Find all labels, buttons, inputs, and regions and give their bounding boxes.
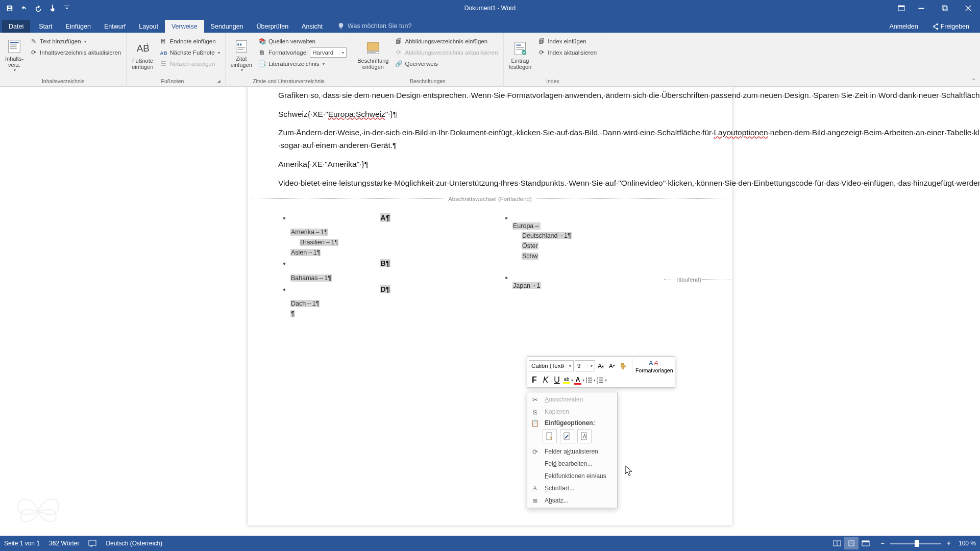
tab-references[interactable]: Verweise xyxy=(165,20,204,33)
ribbon-display-options-button[interactable] xyxy=(893,1,910,16)
index-letter-a[interactable]: A¶ xyxy=(380,213,390,222)
cm-update-fields[interactable]: ⟳Felder aktualisieren xyxy=(527,445,617,458)
cross-reference-button[interactable]: 🔗Querverweis xyxy=(393,58,500,69)
font-color-button[interactable]: A▾ xyxy=(574,374,585,386)
font-name-selector[interactable]: ▾ xyxy=(529,360,574,371)
zoom-out-button[interactable]: − xyxy=(878,539,887,548)
word-count[interactable]: 362 Wörter xyxy=(49,540,79,547)
cm-edit-field[interactable]: Feld bearbeiten... xyxy=(527,458,617,470)
index-entry[interactable]: Öster xyxy=(522,242,538,249)
highlight-button[interactable]: ab▾ xyxy=(562,374,574,386)
minimize-button[interactable] xyxy=(910,1,933,16)
index-entry[interactable]: Asien→1¶ xyxy=(290,249,321,256)
collapse-ribbon-button[interactable]: ⌃ xyxy=(971,78,976,84)
spellcheck-button[interactable] xyxy=(88,540,96,547)
zoom-in-button[interactable]: + xyxy=(944,539,953,548)
tab-start[interactable]: Start xyxy=(32,20,59,33)
insert-footnote-button[interactable]: AB1 Fußnote einfügen xyxy=(130,35,155,76)
index-letter-d[interactable]: D¶ xyxy=(380,285,390,293)
index-entry-schweiz[interactable]: Schweiz{·XE·"Europa:Schweiz"·}¶ xyxy=(278,108,702,121)
zoom-level[interactable]: 100 % xyxy=(959,540,976,547)
close-button[interactable] xyxy=(957,1,980,16)
italic-button[interactable]: K xyxy=(540,374,551,386)
shrink-font-button[interactable]: A▾ xyxy=(606,360,618,371)
style-input[interactable] xyxy=(310,49,339,56)
qat-customize-button[interactable] xyxy=(61,3,72,14)
index-entry[interactable]: Brasilien→1¶ xyxy=(300,239,338,246)
index-empty-para[interactable]: ¶ xyxy=(290,310,295,317)
cm-font[interactable]: ASchriftart... xyxy=(527,482,617,494)
insert-caption-button[interactable]: Beschriftung einfügen xyxy=(355,35,390,76)
citation-style-selector[interactable]: 🗎Formatvorlage: ▾ xyxy=(256,47,349,58)
update-index-button[interactable]: ⟳Index aktualisieren xyxy=(535,47,599,58)
tab-view[interactable]: Ansicht xyxy=(295,20,329,33)
tab-review[interactable]: Überprüfen xyxy=(250,20,296,33)
tab-file[interactable]: Datei xyxy=(2,20,30,33)
read-mode-button[interactable] xyxy=(830,537,844,549)
next-footnote-button[interactable]: ABNächste Fußnote▾ xyxy=(157,47,222,58)
page-indicator[interactable]: Seite 1 von 1 xyxy=(4,540,40,547)
cm-cut[interactable]: ✂Ausschneiden xyxy=(527,393,617,406)
font-name-input[interactable] xyxy=(529,363,566,369)
cm-copy[interactable]: ⎘Kopieren xyxy=(527,406,617,418)
font-size-input[interactable] xyxy=(575,363,587,369)
maximize-button[interactable] xyxy=(933,1,957,16)
insert-citation-button[interactable]: Zitat einfügen▾ xyxy=(229,35,254,76)
tab-design[interactable]: Entwurf xyxy=(97,20,132,33)
underline-button[interactable]: U xyxy=(551,374,562,386)
cm-paragraph[interactable]: ≣Absatz... xyxy=(527,494,617,507)
index-area[interactable]: • A¶ Amerika→1¶ Brasilien→1¶ Asien→1¶ • … xyxy=(248,207,732,340)
insert-table-of-figures-button[interactable]: 🗐Abbildungsverzeichnis einfügen xyxy=(393,36,500,47)
grow-font-button[interactable]: A▴ xyxy=(595,360,606,371)
cm-toggle-field-codes[interactable]: Feldfunktionen ein/aus xyxy=(527,470,617,482)
add-text-button[interactable]: ✎Text hinzufügen▾ xyxy=(28,36,123,47)
zoom-thumb[interactable] xyxy=(915,540,919,547)
footnotes-launcher[interactable]: ◢ xyxy=(215,79,222,84)
show-notes-button[interactable]: ☰Notizen anzeigen xyxy=(157,58,222,69)
font-size-selector[interactable]: ▾ xyxy=(575,360,595,371)
bullets-button[interactable]: ▾ xyxy=(585,374,596,386)
index-entry[interactable]: Japan→1 xyxy=(512,282,541,289)
index-letter-b[interactable]: B¶ xyxy=(380,259,390,267)
body-text[interactable]: abzustimmen.·Wenn·Sie·auf·"Design"·klick… xyxy=(248,87,732,190)
update-toc-button[interactable]: ⟳Inhaltsverzeichnis aktualisieren xyxy=(28,47,123,58)
zoom-track[interactable] xyxy=(890,543,941,544)
share-button[interactable]: Freigeben xyxy=(925,20,976,33)
language-indicator[interactable]: Deutsch (Österreich) xyxy=(106,540,162,547)
numbering-button[interactable]: 123▾ xyxy=(596,374,607,386)
index-entry-amerika[interactable]: Amerika{·XE·"Amerika"·}¶ xyxy=(278,158,702,171)
quick-styles-button[interactable]: AA Formatvorlagen xyxy=(632,358,673,373)
tell-me-search[interactable]: Was möchten Sie tun? xyxy=(333,19,415,33)
print-layout-button[interactable] xyxy=(844,537,859,549)
index-entry[interactable]: Schw xyxy=(522,253,538,260)
update-table-of-figures-button[interactable]: ⟳Abbildungsverzeichnis aktualisieren xyxy=(393,47,500,58)
document-area[interactable]: abzustimmen.·Wenn·Sie·auf·"Design"·klick… xyxy=(0,87,980,536)
signin-link[interactable]: Anmelden xyxy=(883,20,924,33)
bold-button[interactable]: F xyxy=(529,374,540,386)
manage-sources-button[interactable]: 📚Quellen verwalten xyxy=(256,36,349,47)
insert-index-button[interactable]: 🗐Index einfügen xyxy=(535,36,599,47)
save-button[interactable] xyxy=(4,3,15,14)
index-entry[interactable]: Bahamas→1¶ xyxy=(290,274,332,282)
format-painter-button[interactable] xyxy=(618,360,629,371)
insert-endnote-button[interactable]: 🖹Endnote einfügen xyxy=(157,36,222,47)
paragraph[interactable]: Video·bietet·eine·leistungsstarke·Möglic… xyxy=(278,177,702,190)
touch-mode-button[interactable] xyxy=(47,3,58,14)
style-dropdown[interactable]: ▾ xyxy=(339,51,346,55)
bibliography-button[interactable]: 📑Literaturverzeichnis▾ xyxy=(256,58,349,69)
index-entry[interactable]: Dach→1¶ xyxy=(290,300,320,307)
paste-text-only[interactable]: A xyxy=(577,429,592,443)
tab-layout[interactable]: Layout xyxy=(132,20,165,33)
index-entry[interactable]: Deutschland→1¶ xyxy=(522,232,572,239)
tab-mailings[interactable]: Sendungen xyxy=(204,20,250,33)
mark-entry-button[interactable]: Eintrag festlegen xyxy=(507,35,534,76)
index-entry[interactable]: Europa→ xyxy=(512,222,541,230)
paragraph[interactable]: Zum·Ändern·der·Weise,·in·der·sich·ein·Bi… xyxy=(278,127,702,152)
paste-merge-formatting[interactable] xyxy=(560,429,574,443)
paste-keep-formatting[interactable] xyxy=(543,429,557,443)
index-entry[interactable]: Amerika→1¶ xyxy=(290,229,328,236)
zoom-slider[interactable]: − + xyxy=(878,539,953,548)
paragraph[interactable]: abzustimmen.·Wenn·Sie·auf·"Design"·klick… xyxy=(278,87,702,102)
web-layout-button[interactable] xyxy=(859,537,873,549)
undo-button[interactable] xyxy=(18,3,30,14)
